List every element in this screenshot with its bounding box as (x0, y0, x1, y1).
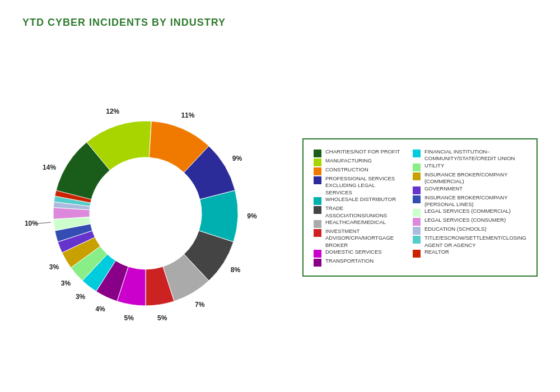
legend-item-manufacturing: MANUFACTURING (314, 157, 402, 166)
legend-color-transportation (314, 259, 321, 267)
legend-label-legalcomm: LEGAL SERVICES (COMMERCIAL) (424, 208, 511, 214)
page: YTD CYBER INCIDENTS BY INDUSTRY 14%12%11… (0, 0, 560, 392)
legend-label-trade: TRADE ASSOCIATIONS/UNIONS (325, 205, 402, 219)
legend-label-legalcons: LEGAL SERVICES (CONSUMER) (424, 217, 506, 223)
legend-item-investment: INVESTMENT ADVISOR/CPA/MORTGAGE BROKER (314, 228, 402, 249)
legend-color-legalcomm (413, 209, 421, 217)
label-insbrokcomm: 3% (49, 263, 59, 270)
page-title: YTD CYBER INCIDENTS BY INDUSTRY (22, 17, 538, 29)
legend-label-utility: UTILITY (424, 162, 444, 169)
legend-col2: FINANCIAL INSTITUTION–COMMUNITY/STATE/CR… (413, 148, 526, 267)
legend-color-realtor (413, 250, 421, 258)
legend-item-financial: FINANCIAL INSTITUTION–COMMUNITY/STATE/CR… (413, 148, 526, 162)
label-trade: 8% (231, 265, 241, 273)
legend-item-charities: CHARITIES/NOT FOR PROFIT (314, 148, 402, 157)
legend-item-trade: TRADE ASSOCIATIONS/UNIONS (314, 205, 402, 219)
label-domestic: 5% (124, 314, 134, 321)
label-utility: 3% (61, 279, 71, 287)
legend: CHARITIES/NOT FOR PROFITMANUFACTURINGCON… (302, 138, 538, 277)
legend-color-insbrokcomm (413, 172, 421, 180)
legend-color-charities (314, 150, 321, 157)
label-construction: 11% (181, 111, 194, 119)
legend-item-education: EDUCATION (SCHOOLS) (413, 226, 526, 235)
legend-label-wholesale: WHOLESALE DISTRIBUTOR (325, 196, 396, 203)
legend-color-insbrokpers (413, 195, 421, 203)
legend-color-profservices (314, 176, 321, 184)
legend-item-insbrokcomm: INSURANCE BROKER/COMPANY (COMMERCIAL) (413, 171, 526, 185)
label-financial: 3% (76, 293, 86, 301)
legend-label-insbrokcomm: INSURANCE BROKER/COMPANY (COMMERCIAL) (424, 171, 526, 185)
legend-color-trade (314, 206, 321, 214)
legend-item-insbrokpers: INSURANCE BROKER/COMPANY (PERSONAL LINES… (413, 194, 526, 208)
legend-item-profservices: PROFESSIONAL SERVICES EXCLUDING LEGAL SE… (314, 175, 402, 196)
chart-svg: 14%12%11%9%9%8%7%5%5%4%3%3%3%10% (22, 62, 291, 353)
legend-label-charities: CHARITIES/NOT FOR PROFIT (325, 148, 400, 155)
legend-label-government: GOVERNMENT (424, 185, 463, 192)
legend-label-domestic: DOMESTIC SERVICES (325, 249, 382, 255)
legend-color-construction (314, 167, 321, 175)
label-wholesale: 9% (247, 212, 257, 220)
legend-color-titleescrow (413, 236, 421, 244)
label-investment: 5% (157, 314, 167, 321)
legend-label-investment: INVESTMENT ADVISOR/CPA/MORTGAGE BROKER (325, 228, 402, 249)
legend-item-legalcomm: LEGAL SERVICES (COMMERCIAL) (413, 208, 526, 217)
legend-item-healthcare: HEALTHCARE/MEDICAL (314, 219, 402, 228)
legend-color-healthcare (314, 220, 321, 228)
legend-color-domestic (314, 250, 321, 258)
legend-label-realtor: REALTOR (424, 249, 449, 255)
legend-col1: CHARITIES/NOT FOR PROFITMANUFACTURINGCON… (314, 148, 402, 267)
legend-item-realtor: REALTOR (413, 249, 526, 258)
label-charities: 14% (43, 164, 56, 171)
legend-color-legalcons (413, 218, 421, 226)
legend-item-transportation: TRANSPORTATION (314, 258, 402, 267)
legend-item-construction: CONSTRUCTION (314, 166, 402, 175)
legend-label-healthcare: HEALTHCARE/MEDICAL (325, 219, 386, 226)
legend-item-government: GOVERNMENT (413, 185, 526, 194)
legend-label-education: EDUCATION (SCHOOLS) (424, 226, 487, 232)
legend-item-wholesale: WHOLESALE DISTRIBUTOR (314, 196, 402, 205)
legend-color-education (413, 227, 421, 235)
legend-color-government (413, 186, 421, 194)
legend-item-domestic: DOMESTIC SERVICES (314, 249, 402, 258)
legend-color-investment (314, 229, 321, 237)
label-healthcare: 7% (195, 300, 205, 308)
legend-label-insbrokpers: INSURANCE BROKER/COMPANY (PERSONAL LINES… (424, 194, 526, 208)
legend-item-titleescrow: TITLE/ESCROW/SETTLEMENT/CLOSING AGENT OR… (413, 235, 526, 249)
legend-label-construction: CONSTRUCTION (325, 166, 368, 173)
legend-label-profservices: PROFESSIONAL SERVICES EXCLUDING LEGAL SE… (325, 175, 402, 196)
label-manufacturing: 12% (106, 108, 119, 115)
legend-label-transportation: TRANSPORTATION (325, 258, 374, 264)
legend-color-manufacturing (314, 158, 321, 166)
legend-label-manufacturing: MANUFACTURING (325, 157, 372, 164)
legend-label-titleescrow: TITLE/ESCROW/SETTLEMENT/CLOSING AGENT OR… (424, 235, 526, 249)
label-profservices: 9% (232, 155, 242, 162)
donut-chart: 14%12%11%9%9%8%7%5%5%4%3%3%3%10% (22, 62, 291, 353)
content-area: 14%12%11%9%9%8%7%5%5%4%3%3%3%10% CHARITI… (22, 40, 538, 375)
legend-item-utility: UTILITY (413, 162, 526, 171)
legend-label-financial: FINANCIAL INSTITUTION–COMMUNITY/STATE/CR… (424, 148, 526, 162)
legend-color-utility (413, 164, 421, 171)
legend-color-wholesale (314, 197, 321, 205)
label-transportation: 4% (95, 305, 105, 313)
legend-color-financial (413, 150, 421, 157)
legend-item-legalcons: LEGAL SERVICES (CONSUMER) (413, 217, 526, 226)
